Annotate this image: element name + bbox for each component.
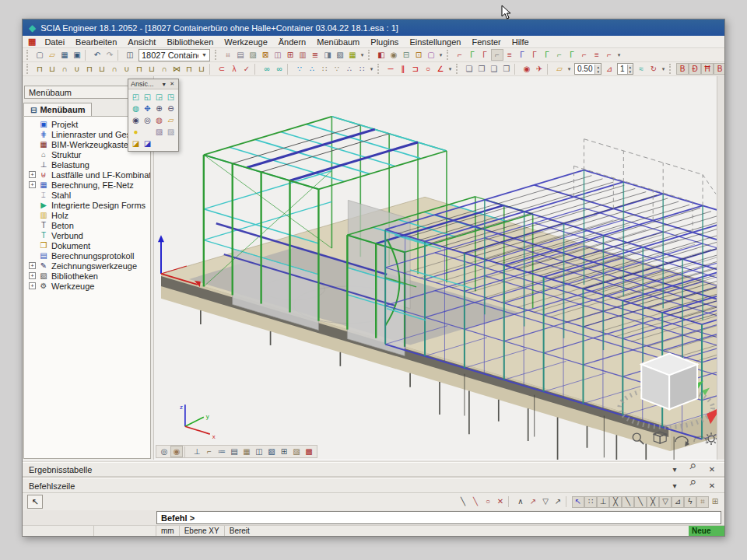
tree-item-integrierte-design-forms[interactable]: ▶Integrierte Design Forms — [26, 200, 150, 210]
close-icon[interactable]: ✕ — [706, 464, 718, 475]
tree-item-bibliotheken[interactable]: +▧Bibliotheken — [26, 271, 150, 281]
close-icon[interactable]: ✕ — [706, 480, 718, 492]
axis-3d-icon[interactable]: ✥ — [142, 103, 153, 114]
dropdown-arrow-icon[interactable]: ▾ — [447, 66, 454, 72]
solid-mode-icon[interactable]: ▤ — [234, 49, 247, 61]
users-1-icon[interactable]: ∵ — [293, 63, 306, 75]
snap-edge-icon[interactable]: ╲ — [622, 496, 634, 508]
view-z-icon[interactable]: ◲ — [153, 91, 165, 103]
dim-box-icon[interactable]: ⊐ — [409, 63, 422, 75]
snap-delete-icon[interactable]: ✕ — [494, 496, 507, 508]
menu-ändern[interactable]: Ändern — [273, 37, 311, 47]
bulb-icon[interactable]: ● — [130, 126, 142, 138]
menu-einstellungen[interactable]: Einstellungen — [404, 37, 466, 47]
snap-line2-icon[interactable]: ╲ — [469, 496, 482, 508]
beam-tool-8-icon[interactable]: Γ — [541, 49, 553, 61]
tree-item-belastung[interactable]: ⊥Belastung — [26, 159, 150, 170]
toolbar-grip[interactable] — [26, 50, 31, 60]
toolbar-grip[interactable] — [215, 50, 219, 60]
users-4-icon[interactable]: ∵ — [331, 63, 343, 75]
show-regen-icon[interactable]: ▩ — [303, 446, 315, 457]
tree-item-berechnungsprotokoll[interactable]: ▤Berechnungsprotokoll — [26, 250, 150, 261]
pin-icon[interactable]: ⚲ — [685, 461, 702, 478]
scale-spinner-value[interactable]: 0.50 — [575, 65, 594, 73]
dropdown-arrow-icon[interactable]: ▾ — [359, 52, 366, 58]
tree-item-berechnung-fe-netz[interactable]: +▦Berechnung, FE-Netz — [26, 180, 150, 190]
section-7-icon[interactable]: ∩ — [108, 63, 121, 75]
check-icon[interactable]: ✓ — [240, 63, 253, 75]
section-2-icon[interactable]: ⊔ — [46, 63, 58, 75]
dim-circle-icon[interactable]: ○ — [422, 63, 434, 75]
clip-plane-icon[interactable]: ▨ — [165, 126, 177, 138]
toolbar-grip[interactable] — [447, 50, 451, 60]
copy-properties-icon[interactable]: ◫ — [272, 49, 284, 61]
snap-circle-icon[interactable]: ○ — [482, 496, 494, 508]
section-4-icon[interactable]: ∪ — [71, 63, 83, 75]
command-panel-header[interactable]: Befehlszeile ▾⚲✕ — [23, 478, 724, 493]
menu-datei[interactable]: Datei — [39, 37, 70, 47]
snap-endpoint-icon[interactable]: ∧ — [514, 496, 527, 508]
beam-tool-2-icon[interactable]: Γ — [466, 49, 479, 61]
beam-tool-11-icon[interactable]: ⌐ — [578, 49, 591, 61]
beam-tool-3-icon[interactable]: Γ — [479, 49, 491, 61]
project-combo[interactable]: 18027 Containerbü▼ — [139, 49, 210, 61]
multiplier-spinner-value[interactable]: 1 — [618, 65, 627, 73]
snap-ortho-icon[interactable]: ⊥ — [597, 496, 609, 508]
results-panel-header[interactable]: Ergebnisstabelle ▾⚲✕ — [23, 462, 724, 477]
snap-grid-icon[interactable]: ∷ — [584, 496, 597, 508]
beam-tool-4-icon[interactable]: ⌐ — [491, 49, 503, 61]
collapse-icon[interactable]: ▾ — [668, 480, 681, 492]
snap-tri-icon[interactable]: ▽ — [659, 496, 672, 508]
snap-flash-icon[interactable]: ϟ — [684, 496, 696, 508]
zoom-in-icon[interactable]: ⊕ — [153, 103, 165, 114]
new-action-button[interactable]: Neue — [689, 526, 724, 536]
section-9-icon[interactable]: ⊓ — [133, 63, 146, 75]
menu-fenster[interactable]: Fenster — [466, 37, 506, 47]
coord-view-icon[interactable]: ◪ — [142, 138, 153, 149]
users-3-icon[interactable]: ∷ — [318, 63, 331, 75]
menu-menübaum[interactable]: Menübaum — [311, 37, 365, 47]
snap-perp-icon[interactable]: ▽ — [539, 496, 552, 508]
hinge-icon[interactable]: λ — [228, 63, 240, 75]
title-bar[interactable]: ◆ SCIA Engineer 18.1.2052 - [18027 Conta… — [23, 19, 724, 36]
expand-icon[interactable]: + — [29, 282, 36, 289]
status-units[interactable]: mm — [156, 526, 180, 536]
section-view-icon[interactable]: ▧ — [334, 49, 346, 61]
tree-item-holz[interactable]: ▥Holz — [26, 210, 150, 220]
multiplier-spinner[interactable]: 1▴▾ — [617, 63, 633, 75]
tree-item-zeichnungswerkzeuge[interactable]: +✎Zeichnungswerkzeuge — [26, 261, 150, 271]
named-selection-icon[interactable]: ⊞ — [284, 49, 296, 61]
section-6-icon[interactable]: ⊔ — [96, 63, 108, 75]
view-axo-icon[interactable]: ◳ — [165, 91, 177, 103]
airplane-icon[interactable]: ✈ — [533, 63, 545, 75]
calc-batch-icon[interactable]: B — [676, 63, 689, 75]
tree-item-stahl[interactable]: ⌶Stahl — [26, 190, 150, 200]
clip-box-icon[interactable]: ▨ — [153, 126, 165, 138]
section-11-icon[interactable]: ∩ — [158, 63, 170, 75]
section-13-icon[interactable]: ⊓ — [183, 63, 195, 75]
palette-titlebar[interactable]: Ansic... ▼ ✕ — [128, 79, 178, 89]
dropdown-arrow-icon[interactable]: ▾ — [368, 66, 375, 72]
toolbar-grip[interactable] — [456, 64, 461, 74]
arrow-tool-icon[interactable]: ▢ — [425, 49, 437, 61]
menu-bearbeiten[interactable]: Bearbeiten — [70, 37, 122, 47]
snap-edge2-icon[interactable]: ╲ — [634, 496, 647, 508]
tree-item-dokument[interactable]: ❐Dokument — [26, 240, 150, 250]
photo-icon[interactable]: ▥ — [296, 49, 309, 61]
redo-icon[interactable]: ↷ — [103, 49, 116, 61]
save-all-icon[interactable]: ▦ — [58, 49, 71, 61]
coord-ucs-icon[interactable]: ◪ — [130, 138, 142, 149]
mirror-icon[interactable]: ◉ — [521, 63, 533, 75]
model-canvas[interactable]: zyx — [154, 76, 717, 460]
users-6-icon[interactable]: ∷ — [356, 63, 368, 75]
pin-icon[interactable]: ⚲ — [685, 478, 702, 495]
menu-hilfe[interactable]: Hilfe — [507, 37, 535, 47]
snap-dims-icon[interactable]: ⌗ — [696, 496, 709, 508]
dim-parallel-icon[interactable]: ∥ — [397, 63, 409, 75]
section-10-icon[interactable]: ⊔ — [146, 63, 158, 75]
show-axes-icon[interactable]: ◫ — [253, 446, 265, 457]
toolbar-grip[interactable] — [368, 50, 373, 60]
multiplier-spinner-buttons[interactable]: ▴▾ — [627, 65, 633, 74]
undo-icon[interactable]: ↶ — [91, 49, 103, 61]
open-file-icon[interactable]: ▱ — [46, 49, 58, 61]
